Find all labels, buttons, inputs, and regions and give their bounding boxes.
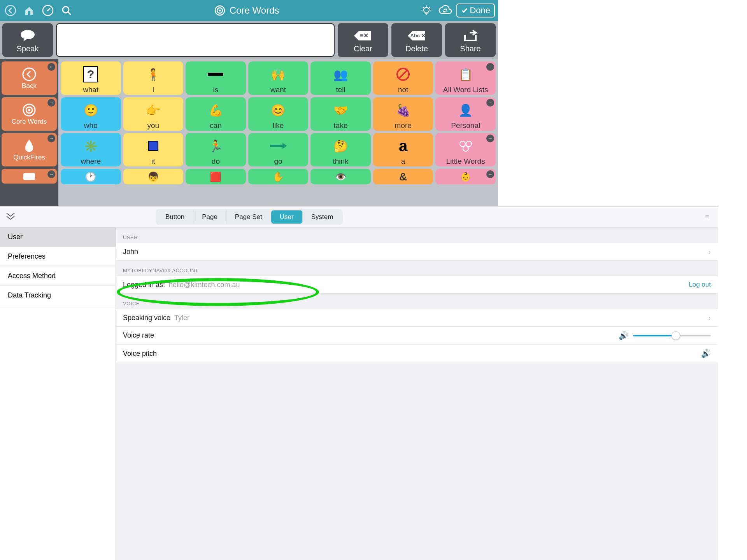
tab-page-set[interactable]: Page Set [226,210,271,224]
settings-sidebar: User Preferences Access Method Data Trac… [0,228,116,373]
clear-button[interactable]: ≡✕ Clear [338,23,388,57]
back-arrow-icon[interactable] [3,3,18,18]
section-header-voice: VOICE [116,294,498,309]
nav-core-words[interactable]: → Core Words [2,97,57,131]
sidebar-item-preferences[interactable]: Preferences [0,247,116,266]
speak-button[interactable]: Speak [2,23,53,57]
tab-system[interactable]: System [303,210,342,224]
word-you[interactable]: 👉you [123,97,184,131]
chevron-right-icon: → [47,135,55,142]
collapse-chevron-icon[interactable] [5,212,16,222]
svg-rect-1 [28,11,30,15]
voice-rate-row[interactable]: Voice rate 🔊 [116,327,498,345]
chevron-right-icon: → [486,135,494,142]
dashboard-icon[interactable] [40,3,55,18]
share-icon [462,29,479,43]
sidebar-item-data-tracking[interactable]: Data Tracking [0,286,116,305]
tab-button[interactable]: Button [157,210,193,224]
word-who[interactable]: 🙂who [61,97,121,131]
speech-display[interactable] [56,23,335,57]
svg-point-9 [21,30,35,39]
word-partial-4[interactable]: ✋ [248,169,309,184]
chevron-right-icon: → [486,63,494,71]
logged-in-email: hello@kimtech.com.au [169,281,240,289]
user-name-row[interactable]: John › [116,243,498,261]
word-when-partial[interactable]: 🕐 [61,169,121,184]
svg-point-4 [63,7,69,13]
word-go[interactable]: go [248,133,309,166]
word-it[interactable]: it [123,133,184,166]
settings-tab-row: Button Page Page Set User System ≡ [0,206,498,228]
word-all-lists[interactable]: →📋All Word Lists [435,61,496,95]
word-not[interactable]: not [373,61,433,95]
settings-tab-segment: Button Page Page Set User System [156,209,343,225]
chevron-right-icon: → [486,99,494,107]
word-like[interactable]: 😊like [248,97,309,131]
search-icon[interactable] [59,3,74,18]
page-title: Core Words [74,5,419,16]
voice-pitch-row[interactable]: Voice pitch 🔊 [116,345,498,362]
done-button[interactable]: Done [456,4,495,18]
speech-bubble-icon [19,29,37,43]
speaking-voice-row[interactable]: Speaking voice Tyler › [116,309,498,327]
svg-point-15 [28,109,30,111]
word-partial-3[interactable]: 🟥 [186,169,246,184]
tab-user[interactable]: User [271,210,303,224]
speech-toolbar: Speak ≡✕ Clear Abc ✕ Delete Share [0,21,498,59]
home-icon[interactable] [22,3,37,18]
settings-detail: USER John › MYTOBIIDYNAVOX ACCOUNT Logge… [116,228,498,373]
word-what[interactable]: ?what [61,61,121,95]
fire-icon [22,138,36,154]
word-and-partial[interactable]: & [373,169,433,184]
svg-point-3 [47,10,49,11]
delete-button[interactable]: Abc ✕ Delete [391,23,442,57]
word-more[interactable]: 🍇more [373,97,433,131]
svg-point-8 [424,7,429,13]
target-icon [214,5,226,16]
chevron-right-icon: → [47,170,55,178]
sidebar-item-access-method[interactable]: Access Method [0,266,116,286]
svg-text:≡✕: ≡✕ [360,32,368,39]
svg-rect-16 [23,173,35,180]
word-think[interactable]: 🤔think [310,133,371,166]
section-header-account: MYTOBIIDYNAVOX ACCOUNT [116,261,498,276]
chevron-right-icon: → [486,170,494,178]
word-personal[interactable]: →👤Personal [435,97,496,131]
cloud-sync-icon[interactable] [438,3,452,18]
word-tell[interactable]: 👥tell [310,61,371,95]
nav-keyboard[interactable]: → [2,169,57,184]
word-can[interactable]: 💪can [186,97,246,131]
svg-line-18 [399,70,407,79]
svg-point-7 [219,10,221,12]
lightbulb-icon[interactable] [419,3,434,18]
sidebar-item-user[interactable]: User [0,228,116,247]
tab-page[interactable]: Page [193,210,226,224]
delete-icon: Abc ✕ [405,29,428,43]
word-a[interactable]: aa [373,133,433,166]
svg-point-12 [23,68,35,80]
nav-back[interactable]: ← Back [2,61,57,95]
target-icon [21,102,37,118]
word-take[interactable]: 🤝take [310,97,371,131]
clear-icon: ≡✕ [352,29,374,43]
word-is[interactable]: is [186,61,246,95]
logged-in-row: Logged in as: hello@kimtech.com.au Log o… [116,276,498,294]
svg-point-22 [463,146,468,151]
logged-in-label: Logged in as: [123,281,165,289]
word-where[interactable]: ✳️where [61,133,121,166]
word-want[interactable]: 🙌want [248,61,309,95]
share-button[interactable]: Share [445,23,496,57]
word-i[interactable]: 🧍I [123,61,184,95]
word-partial-5[interactable]: 👁️ [310,169,371,184]
svg-text:Abc ✕: Abc ✕ [410,33,425,38]
word-little-words[interactable]: →Little Words [435,133,496,166]
word-partial-7[interactable]: →👶 [435,169,496,184]
svg-point-0 [5,5,16,16]
aac-board: ← Back → Core Words → QuickFires → ?what… [0,59,498,206]
app-header: Core Words Done [0,0,498,21]
word-partial-2[interactable]: 👦 [123,169,184,184]
settings-panel: Button Page Page Set User System ≡ User … [0,206,498,373]
keyboard-icon [22,172,37,181]
nav-quickfires[interactable]: → QuickFires [2,133,57,166]
word-do[interactable]: 🏃do [186,133,246,166]
